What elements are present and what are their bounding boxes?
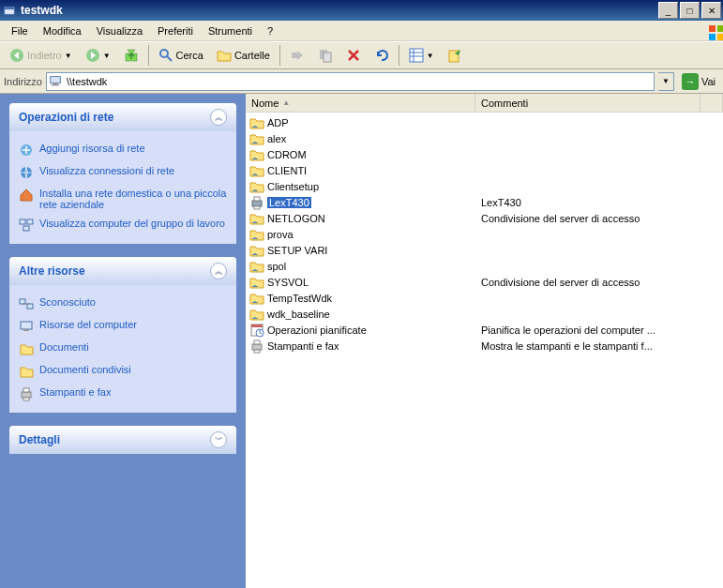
menu-strumenti[interactable]: Strumenti xyxy=(201,23,260,39)
svg-rect-37 xyxy=(251,324,263,327)
svg-line-9 xyxy=(167,56,172,61)
menu-help[interactable]: ? xyxy=(260,23,280,39)
svg-rect-33 xyxy=(252,201,262,206)
separator xyxy=(279,45,280,66)
search-icon xyxy=(158,48,173,63)
printers-fax[interactable]: Stampanti e fax xyxy=(19,383,227,405)
shared-documents[interactable]: Documenti condivisi xyxy=(19,360,227,383)
tasks-icon xyxy=(249,323,264,338)
svg-rect-18 xyxy=(53,83,57,84)
collapse-icon: ︽ xyxy=(210,109,227,126)
item-comment: Condivisione del server di accesso xyxy=(475,213,723,224)
up-button[interactable] xyxy=(118,44,144,67)
address-dropdown[interactable]: ▼ xyxy=(658,72,674,91)
svg-rect-32 xyxy=(23,398,29,400)
sort-asc-icon: ▲ xyxy=(282,98,290,107)
menu-preferiti[interactable]: Preferiti xyxy=(150,23,201,39)
list-item[interactable]: Operazioni pianificatePianifica le opera… xyxy=(246,322,723,338)
folders-button[interactable]: Cartelle xyxy=(211,44,276,67)
item-name: wdk_baseline xyxy=(267,309,330,320)
item-name: SYSVOL xyxy=(267,277,309,288)
separator xyxy=(148,45,149,66)
list-view: Nome ▲ Commenti ADPalexCDROMCLIENTIClien… xyxy=(246,94,723,588)
other-places-header[interactable]: Altre risorse ︽ xyxy=(9,257,236,285)
search-button[interactable]: Cerca xyxy=(153,44,209,67)
setup-home-network[interactable]: Installa una rete domestica o una piccol… xyxy=(19,184,227,214)
add-network-icon xyxy=(19,143,34,158)
delete-button[interactable] xyxy=(340,44,367,67)
item-name: spol xyxy=(267,261,286,272)
svg-rect-5 xyxy=(717,34,723,40)
list-item[interactable]: spol xyxy=(246,258,723,274)
shared-docs-icon xyxy=(19,364,34,379)
list-item[interactable]: prova xyxy=(246,226,723,242)
item-name: Stampanti e fax xyxy=(267,340,339,352)
svg-rect-3 xyxy=(717,25,723,32)
printer-icon xyxy=(249,195,264,210)
share-icon xyxy=(249,259,264,274)
go-button[interactable]: → Vai xyxy=(678,71,719,92)
svg-rect-28 xyxy=(21,322,32,329)
menu-file[interactable]: File xyxy=(4,23,36,39)
svg-rect-25 xyxy=(20,299,25,304)
svg-rect-26 xyxy=(27,304,33,309)
item-comment: Condivisione del server di accesso xyxy=(475,277,723,288)
address-input[interactable] xyxy=(67,76,652,87)
svg-point-8 xyxy=(160,50,168,57)
computer-icon xyxy=(19,319,34,334)
share-icon xyxy=(249,115,264,130)
column-comments[interactable]: Commenti xyxy=(475,94,700,112)
svg-rect-42 xyxy=(254,340,260,344)
sync-button[interactable] xyxy=(442,44,468,67)
my-documents[interactable]: Documenti xyxy=(19,338,227,360)
share-icon xyxy=(249,307,264,322)
list-item[interactable]: SETUP VARI xyxy=(246,242,723,258)
unknown-icon xyxy=(19,296,34,311)
svg-rect-11 xyxy=(324,53,331,62)
item-name: Clientsetup xyxy=(267,181,319,192)
chevron-down-icon: ▼ xyxy=(65,52,72,60)
sync-icon xyxy=(447,48,462,63)
details-header[interactable]: Dettagli ︾ xyxy=(9,426,236,454)
view-connections[interactable]: Visualizza connessioni di rete xyxy=(19,161,227,184)
item-name: alex xyxy=(267,133,286,144)
column-headers: Nome ▲ Commenti xyxy=(246,94,723,113)
address-input-container xyxy=(46,72,655,91)
back-button[interactable]: Indietro ▼ xyxy=(4,44,78,67)
list-item[interactable]: NETLOGONCondivisione del server di acces… xyxy=(246,210,723,226)
list-item[interactable]: TempTestWdk xyxy=(246,290,723,306)
windows-logo-icon xyxy=(700,22,719,40)
unknown-place[interactable]: Sconosciuto xyxy=(19,293,227,315)
menu-visualizza[interactable]: Visualizza xyxy=(89,23,150,39)
add-network-place[interactable]: Aggiungi risorsa di rete xyxy=(19,139,227,161)
list-item[interactable]: wdk_baseline xyxy=(246,306,723,322)
forward-button[interactable]: ▼ xyxy=(80,44,116,67)
file-list: ADPalexCDROMCLIENTIClientsetupLexT430Lex… xyxy=(246,113,723,588)
up-icon xyxy=(124,48,139,63)
list-item[interactable]: Stampanti e faxMostra le stampanti e le … xyxy=(246,338,723,354)
list-item[interactable]: alex xyxy=(246,130,723,146)
minimize-button[interactable]: _ xyxy=(658,2,678,19)
undo-button[interactable] xyxy=(369,44,395,67)
copy-button[interactable] xyxy=(312,44,339,67)
move-button[interactable] xyxy=(284,44,310,67)
list-item[interactable]: SYSVOLCondivisione del server di accesso xyxy=(246,274,723,290)
item-name: SETUP VARI xyxy=(267,245,327,256)
column-name[interactable]: Nome ▲ xyxy=(246,94,475,112)
menu-modifica[interactable]: Modifica xyxy=(36,23,89,39)
my-computer[interactable]: Risorse del computer xyxy=(19,315,227,338)
column-spacer xyxy=(700,94,723,112)
views-button[interactable]: ▼ xyxy=(403,44,440,67)
details-panel: Dettagli ︾ xyxy=(9,426,236,454)
list-item[interactable]: Clientsetup xyxy=(246,178,723,194)
list-item[interactable]: LexT430LexT430 xyxy=(246,194,723,210)
network-tasks-header[interactable]: Operazioni di rete ︽ xyxy=(9,103,236,131)
item-comment: LexT430 xyxy=(475,197,723,208)
close-button[interactable]: ✕ xyxy=(701,2,721,19)
list-item[interactable]: ADP xyxy=(246,114,723,130)
maximize-button[interactable]: □ xyxy=(680,2,700,19)
window-icon xyxy=(2,3,17,18)
list-item[interactable]: CLIENTI xyxy=(246,162,723,178)
view-workgroup[interactable]: Visualizza computer del gruppo di lavoro xyxy=(19,214,227,236)
list-item[interactable]: CDROM xyxy=(246,146,723,162)
